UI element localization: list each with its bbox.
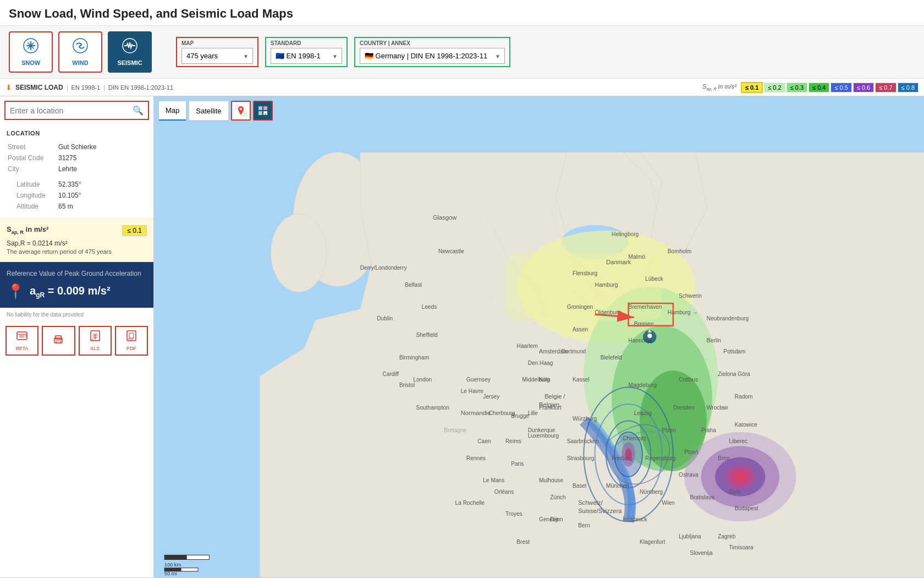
city-label: City	[8, 164, 57, 174]
svg-point-33	[271, 214, 327, 292]
pdf-icon: PDF	[126, 330, 137, 344]
toolbar: SNOWWINDSEISMIC MAP 475 years STANDARD 🇪…	[0, 26, 924, 79]
action-buttons: BETABETAXLSXLSPDFPDF	[0, 321, 153, 360]
altitude-label: Altitude	[8, 201, 57, 211]
svg-text:Kassel: Kassel	[573, 377, 589, 383]
svg-rect-26	[258, 106, 262, 110]
tool-btn-snow[interactable]: SNOW	[9, 31, 53, 73]
google-maps-btn[interactable]	[231, 101, 251, 121]
legend-item-0: ≤ 0.1	[741, 82, 763, 93]
svg-text:Le Mans: Le Mans	[483, 477, 504, 483]
svg-text:Plzeň: Plzeň	[684, 449, 698, 455]
postal-label: Postal Code	[8, 153, 57, 163]
latitude-row: Latitude 52.335°	[8, 179, 146, 189]
svg-text:Reims: Reims	[505, 438, 521, 444]
location-table: Street Gut Schierke Postal Code 31275 Ci…	[7, 141, 147, 212]
pin-icon: 📍	[7, 283, 24, 300]
svg-text:Dublin: Dublin	[377, 315, 393, 321]
svg-text:Katowice: Katowice	[735, 422, 758, 428]
map-canvas[interactable]: Glasgow Newcastle Derry/Londonderry Belf…	[154, 96, 924, 577]
svg-text:Timisoara: Timisoara	[729, 544, 754, 550]
svg-text:Bremerhaven: Bremerhaven	[629, 304, 662, 310]
svg-text:Groningen: Groningen	[567, 304, 593, 310]
latitude-value: 52.335°	[58, 179, 146, 189]
svg-text:Danmark: Danmark	[606, 259, 631, 265]
svg-text:Strasbourg: Strasbourg	[567, 455, 595, 461]
action-btn-print[interactable]	[42, 326, 75, 356]
svg-text:Wien: Wien	[662, 500, 675, 506]
svg-text:Brest: Brest	[516, 539, 530, 545]
sap-label: Sap, R in m/s²	[7, 225, 48, 235]
legend-unit-label: Sap, R in m/s²	[702, 83, 736, 91]
tool-btn-seismic[interactable]: SEISMIC	[108, 31, 152, 73]
page-header: Snow Load, Wind Speed, and Seismic Load …	[0, 0, 924, 26]
svg-text:Amsterdam: Amsterdam	[539, 348, 568, 355]
standard-dropdown-select[interactable]: 🇪🇺 EN 1998-1	[271, 48, 342, 64]
legend-item-4: ≤ 0.5	[831, 83, 851, 92]
svg-text:Schwerin: Schwerin	[679, 293, 702, 299]
svg-text:Basel: Basel	[573, 483, 586, 489]
svg-text:Lübeck: Lübeck	[645, 276, 664, 282]
main-content: 🔍 LOCATION Street Gut Schierke Postal Co…	[0, 96, 924, 577]
svg-text:London: London	[413, 377, 432, 383]
disclaimer-text: No liability for the data provided	[7, 312, 84, 318]
action-btn-xls[interactable]: XLSXLS	[79, 326, 112, 356]
search-input[interactable]	[10, 106, 133, 115]
longitude-label: Longitude	[8, 190, 57, 200]
tab-map[interactable]: Map	[158, 101, 186, 121]
svg-text:Liberec: Liberec	[729, 438, 747, 444]
svg-text:Newcastle: Newcastle	[438, 248, 464, 254]
search-box[interactable]: 🔍	[4, 101, 149, 120]
altitude-value: 65 m	[58, 201, 146, 211]
svg-text:Sheffield: Sheffield	[416, 332, 437, 338]
svg-text:Chemnitz: Chemnitz	[623, 435, 646, 441]
agr-section: Reference Value of Peak Ground Accelerat…	[0, 262, 153, 308]
svg-text:Caen: Caen	[477, 438, 491, 444]
country-dropdown-select[interactable]: 🇩🇪 Germany | DIN EN 1998-1:2023-11	[360, 48, 505, 64]
legend-item-2: ≤ 0.3	[787, 83, 807, 92]
svg-text:Berlin: Berlin	[707, 337, 721, 343]
city-value: Lehrte	[58, 164, 146, 174]
svg-text:50 mi: 50 mi	[164, 571, 177, 576]
svg-text:Leeds: Leeds	[422, 304, 437, 310]
snow-icon	[23, 38, 38, 57]
map-dropdown-select[interactable]: 475 years	[182, 48, 253, 64]
status-separator1: |	[67, 84, 68, 91]
legend-item-3: ≤ 0.4	[809, 83, 829, 92]
svg-text:Cottbus: Cottbus	[679, 377, 698, 383]
svg-text:Zielona Góra: Zielona Góra	[718, 371, 750, 377]
svg-text:Derry/Londonderry: Derry/Londonderry	[360, 265, 408, 271]
location-section: LOCATION Street Gut Schierke Postal Code…	[0, 124, 153, 219]
svg-text:Brno: Brno	[718, 455, 730, 461]
svg-text:Leipzig: Leipzig	[634, 410, 652, 416]
svg-text:Mulhouse: Mulhouse	[539, 477, 563, 483]
map-dropdown-group: MAP 475 years	[176, 37, 258, 67]
svg-text:Belgien: Belgien	[539, 401, 559, 408]
layers-icon: ≡	[257, 105, 268, 116]
snow-label: SNOW	[21, 59, 40, 66]
action-btn-pdf[interactable]: PDFPDF	[115, 326, 148, 356]
svg-text:Rennes: Rennes	[466, 455, 486, 461]
arrow-down-icon: ⬇	[6, 83, 12, 92]
street-label: Street	[8, 142, 57, 152]
svg-text:München: München	[606, 483, 629, 489]
beta-label: BETA	[16, 346, 29, 351]
svg-text:Ljubljana: Ljubljana	[679, 533, 701, 539]
svg-text:La Rochelle: La Rochelle	[455, 500, 485, 506]
map-controls: Map Satellite ≡	[158, 101, 273, 121]
agr-value-row: 📍 agR = 0.009 m/s²	[7, 283, 147, 300]
seismic-icon	[122, 38, 138, 57]
postal-row: Postal Code 31275	[8, 153, 146, 163]
left-panel: 🔍 LOCATION Street Gut Schierke Postal Co…	[0, 96, 154, 577]
layer-btn[interactable]: ≡	[253, 101, 273, 121]
legend-item-5: ≤ 0.6	[853, 83, 874, 92]
svg-text:Genève: Genève	[539, 516, 559, 522]
svg-text:Innsbruck: Innsbruck	[623, 516, 647, 522]
action-btn-beta[interactable]: BETABETA	[6, 326, 38, 356]
svg-text:Magdeburg: Magdeburg	[629, 382, 657, 388]
svg-text:Le Havre: Le Havre	[461, 388, 484, 394]
standard-dropdown-label: STANDARD	[271, 40, 342, 46]
tab-satellite[interactable]: Satellite	[189, 101, 228, 121]
svg-text:Jersey: Jersey	[483, 394, 500, 400]
tool-btn-wind[interactable]: WIND	[58, 31, 102, 73]
